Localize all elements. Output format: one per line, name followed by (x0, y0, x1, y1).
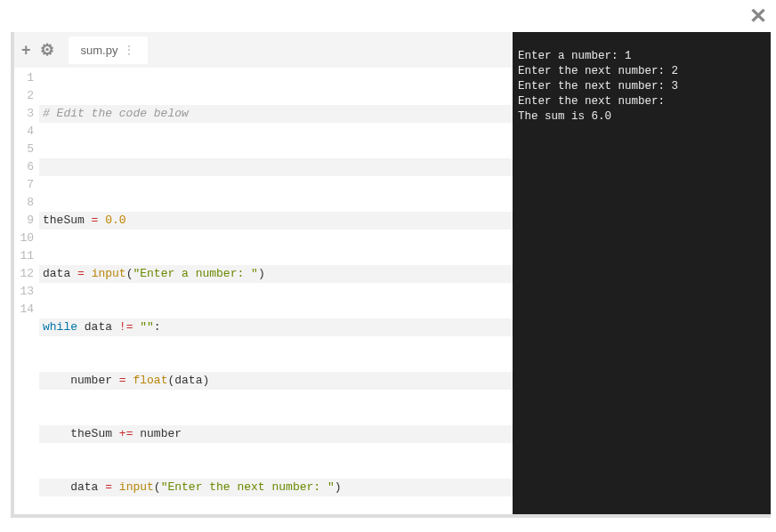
tab-sum-py[interactable]: sum.py ⋮ (69, 36, 149, 64)
code-line[interactable]: theSum += number (39, 425, 513, 443)
code-token: theSum (43, 214, 92, 227)
code-token: = (119, 374, 133, 387)
code-token: ) (335, 480, 342, 494)
line-number: 3 (14, 105, 34, 123)
output-line: Enter the next number: (518, 95, 665, 108)
output-line: Enter the next number: 3 (518, 80, 678, 93)
code-line[interactable] (39, 158, 513, 176)
code-line[interactable]: # Edit the code below (39, 105, 513, 123)
output-line: Enter a number: 1 (518, 50, 632, 62)
line-number: 14 (14, 301, 34, 318)
gear-icon[interactable]: ⚙ (40, 40, 54, 60)
code-comment: # Edit the code below (43, 107, 189, 120)
code-token: != (119, 320, 133, 334)
code-line[interactable]: number = float(data) (39, 372, 513, 390)
code-editor[interactable]: 1 2 3 4 5 6 7 8 9 10 11 12 13 14 # Edit … (14, 68, 513, 514)
toolbar: + ⚙ sum.py ⋮ (14, 32, 513, 68)
code-token: data (77, 320, 119, 334)
code-token: theSum (43, 427, 119, 440)
line-number: 10 (14, 230, 34, 247)
output-line: The sum is 6.0 (518, 110, 611, 123)
code-token: : (154, 320, 161, 334)
code-token: = (77, 267, 92, 280)
code-line[interactable]: theSum = 0.0 (39, 212, 513, 230)
line-number: 11 (14, 247, 34, 265)
code-token: ) (202, 374, 209, 387)
code-token: data (43, 480, 105, 494)
close-icon[interactable]: ✕ (749, 5, 767, 27)
line-number: 6 (14, 158, 34, 176)
code-line[interactable]: while data != "": (39, 318, 513, 336)
code-token: ) (258, 267, 265, 280)
line-number: 5 (14, 141, 34, 158)
line-number: 7 (14, 176, 34, 194)
code-token: float (133, 374, 167, 387)
code-line[interactable]: data = input("Enter the next number: ") (39, 479, 513, 496)
code-token: "Enter the next number: " (161, 480, 335, 494)
line-number: 8 (14, 194, 34, 212)
line-number: 13 (14, 283, 34, 301)
code-token: input (92, 267, 126, 280)
code-token: number (133, 427, 182, 440)
line-number: 2 (14, 87, 34, 105)
code-line[interactable]: data = input("Enter a number: ") (39, 265, 513, 283)
line-gutter: 1 2 3 4 5 6 7 8 9 10 11 12 13 14 (14, 68, 39, 514)
line-number: 12 (14, 265, 34, 283)
tab-menu-icon[interactable]: ⋮ (123, 44, 135, 56)
code-token: data (174, 374, 202, 387)
workspace: + ⚙ sum.py ⋮ 1 2 3 4 5 6 7 8 9 10 11 12 … (11, 32, 771, 518)
editor-pane: + ⚙ sum.py ⋮ 1 2 3 4 5 6 7 8 9 10 11 12 … (14, 32, 513, 514)
line-number: 4 (14, 123, 34, 141)
code-token: = (92, 214, 106, 227)
add-icon[interactable]: + (21, 41, 31, 60)
code-token: input (119, 480, 154, 494)
line-number: 1 (14, 69, 34, 87)
code-token: number (43, 374, 119, 387)
code-token: "Enter a number: " (133, 267, 257, 280)
code-token: = (105, 480, 119, 494)
line-number: 9 (14, 212, 34, 230)
code-token: "" (133, 320, 153, 334)
tab-filename: sum.py (81, 44, 118, 57)
code-token: while (43, 320, 77, 334)
code-lines[interactable]: # Edit the code below theSum = 0.0 data … (39, 68, 513, 514)
code-token: data (43, 267, 77, 280)
code-token: += (119, 427, 133, 440)
output-pane[interactable]: Enter a number: 1 Enter the next number:… (513, 32, 771, 514)
code-token: 0.0 (105, 214, 125, 227)
code-token: ( (154, 480, 161, 494)
output-line: Enter the next number: 2 (518, 65, 678, 77)
